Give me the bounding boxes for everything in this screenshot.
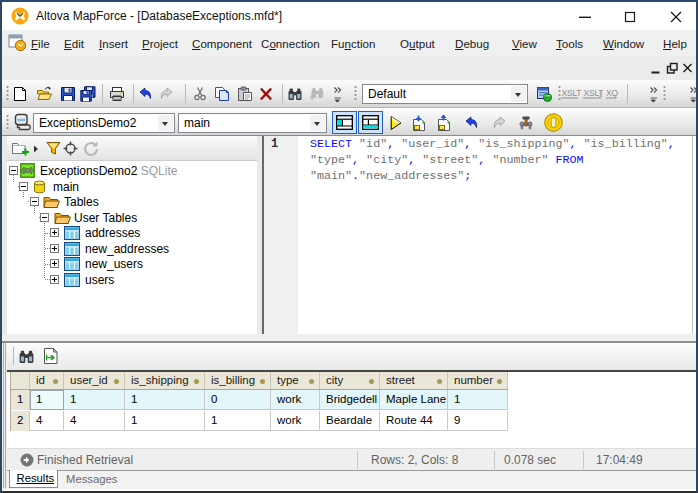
svg-text:XQ: XQ: [606, 88, 618, 98]
svg-text:XSLT: XSLT: [562, 88, 582, 98]
svg-text:2: 2: [599, 91, 603, 98]
